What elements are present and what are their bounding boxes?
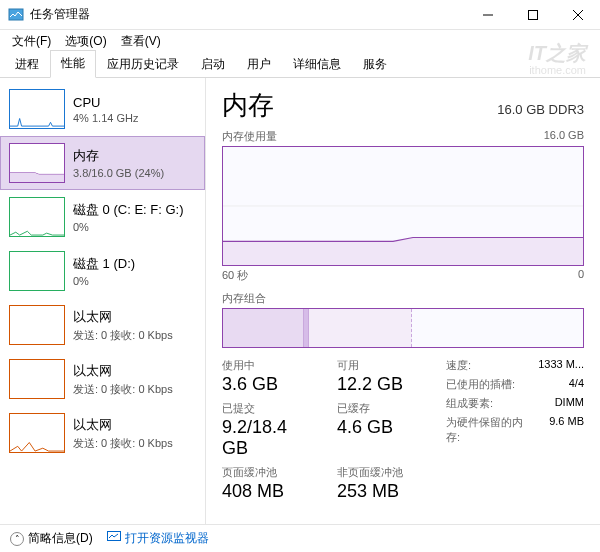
- ethernet-thumb-icon: [9, 305, 65, 345]
- stat-inuse-value: 3.6 GB: [222, 374, 313, 395]
- monitor-icon: [107, 531, 121, 546]
- stat-committed-label: 已提交: [222, 401, 313, 416]
- sidebar: CPU4% 1.14 GHz 内存3.8/16.0 GB (24%) 磁盘 0 …: [0, 78, 206, 524]
- tab-startup[interactable]: 启动: [190, 51, 236, 78]
- sidebar-item-sub: 0%: [73, 221, 184, 233]
- spec-hwres-label: 为硬件保留的内存:: [446, 415, 530, 445]
- ethernet-thumb-icon: [9, 359, 65, 399]
- sidebar-item-label: 内存: [73, 147, 164, 165]
- ethernet-thumb-icon: [9, 413, 65, 453]
- close-button[interactable]: [555, 0, 600, 29]
- memory-composition-chart[interactable]: [222, 308, 584, 348]
- spec-speed-label: 速度:: [446, 358, 530, 373]
- sidebar-item-disk0[interactable]: 磁盘 0 (C: E: F: G:)0%: [0, 190, 205, 244]
- disk-thumb-icon: [9, 251, 65, 291]
- tab-app-history[interactable]: 应用历史记录: [96, 51, 190, 78]
- fewer-details-toggle[interactable]: ˄ 简略信息(D): [10, 530, 93, 547]
- sidebar-item-sub: 发送: 0 接收: 0 Kbps: [73, 328, 173, 343]
- sidebar-item-label: 以太网: [73, 362, 173, 380]
- stat-paged-label: 页面缓冲池: [222, 465, 313, 480]
- stat-paged-value: 408 MB: [222, 481, 313, 502]
- disk-thumb-icon: [9, 197, 65, 237]
- detail-title: 内存: [222, 88, 274, 123]
- stat-nonpaged-label: 非页面缓冲池: [337, 465, 428, 480]
- tab-users[interactable]: 用户: [236, 51, 282, 78]
- sidebar-item-eth0[interactable]: 以太网发送: 0 接收: 0 Kbps: [0, 298, 205, 352]
- sidebar-item-label: CPU: [73, 95, 138, 110]
- sidebar-item-cpu[interactable]: CPU4% 1.14 GHz: [0, 82, 205, 136]
- tab-bar: 进程 性能 应用历史记录 启动 用户 详细信息 服务: [0, 52, 600, 78]
- open-resource-monitor-link[interactable]: 打开资源监视器: [107, 530, 209, 547]
- sidebar-item-sub: 发送: 0 接收: 0 Kbps: [73, 436, 173, 451]
- sidebar-item-memory[interactable]: 内存3.8/16.0 GB (24%): [0, 136, 205, 190]
- tab-details[interactable]: 详细信息: [282, 51, 352, 78]
- spec-slots-label: 已使用的插槽:: [446, 377, 530, 392]
- chart-usage-max: 16.0 GB: [544, 129, 584, 144]
- chart-axis-right: 0: [578, 268, 584, 283]
- stat-inuse-label: 使用中: [222, 358, 313, 373]
- tab-services[interactable]: 服务: [352, 51, 398, 78]
- stat-nonpaged-value: 253 MB: [337, 481, 428, 502]
- sidebar-item-sub: 3.8/16.0 GB (24%): [73, 167, 164, 179]
- tab-performance[interactable]: 性能: [50, 50, 96, 78]
- sidebar-item-sub: 发送: 0 接收: 0 Kbps: [73, 382, 173, 397]
- window-title: 任务管理器: [30, 6, 465, 23]
- memory-usage-chart[interactable]: [222, 146, 584, 266]
- tab-processes[interactable]: 进程: [4, 51, 50, 78]
- detail-spec: 16.0 GB DDR3: [497, 102, 584, 117]
- sidebar-item-disk1[interactable]: 磁盘 1 (D:)0%: [0, 244, 205, 298]
- spec-form-label: 组成要素:: [446, 396, 530, 411]
- menu-view[interactable]: 查看(V): [115, 31, 167, 52]
- spec-speed-value: 1333 M...: [538, 358, 584, 373]
- chevron-up-icon: ˄: [10, 532, 24, 546]
- minimize-button[interactable]: [465, 0, 510, 29]
- spec-form-value: DIMM: [538, 396, 584, 411]
- chart-axis-left: 60 秒: [222, 268, 248, 283]
- stat-cached-value: 4.6 GB: [337, 417, 428, 438]
- spec-hwres-value: 9.6 MB: [538, 415, 584, 445]
- stat-avail-value: 12.2 GB: [337, 374, 428, 395]
- stat-committed-value: 9.2/18.4 GB: [222, 417, 313, 459]
- cpu-thumb-icon: [9, 89, 65, 129]
- sidebar-item-label: 以太网: [73, 308, 173, 326]
- chart-usage-label: 内存使用量: [222, 129, 277, 144]
- app-icon: [8, 7, 24, 23]
- sidebar-item-eth1[interactable]: 以太网发送: 0 接收: 0 Kbps: [0, 352, 205, 406]
- stat-cached-label: 已缓存: [337, 401, 428, 416]
- chart-comp-label: 内存组合: [222, 291, 266, 306]
- sidebar-item-label: 以太网: [73, 416, 173, 434]
- sidebar-item-label: 磁盘 1 (D:): [73, 255, 135, 273]
- menu-options[interactable]: 选项(O): [59, 31, 112, 52]
- menu-file[interactable]: 文件(F): [6, 31, 57, 52]
- svg-rect-8: [107, 532, 120, 541]
- spec-slots-value: 4/4: [538, 377, 584, 392]
- svg-rect-2: [528, 10, 537, 19]
- sidebar-item-eth2[interactable]: 以太网发送: 0 接收: 0 Kbps: [0, 406, 205, 460]
- maximize-button[interactable]: [510, 0, 555, 29]
- sidebar-item-sub: 0%: [73, 275, 135, 287]
- memory-thumb-icon: [9, 143, 65, 183]
- sidebar-item-sub: 4% 1.14 GHz: [73, 112, 138, 124]
- stat-avail-label: 可用: [337, 358, 428, 373]
- sidebar-item-label: 磁盘 0 (C: E: F: G:): [73, 201, 184, 219]
